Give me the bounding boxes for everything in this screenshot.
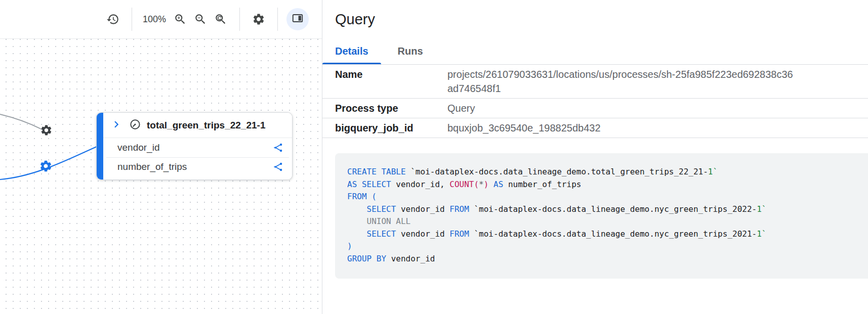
query-process-icon bbox=[129, 118, 142, 133]
detail-row: Process typeQuery bbox=[322, 99, 868, 118]
code-line: ) bbox=[347, 240, 856, 253]
code-line: UNION ALL bbox=[347, 215, 856, 228]
toolbar-divider bbox=[277, 8, 278, 31]
graph-toolbar: 100% bbox=[0, 0, 322, 39]
tab-runs[interactable]: Runs bbox=[385, 38, 436, 64]
lineage-graph-pane: 100% bbox=[0, 0, 322, 314]
chevron-right-icon[interactable] bbox=[110, 118, 123, 133]
history-button[interactable] bbox=[103, 9, 123, 29]
table-node[interactable]: total_green_trips_22_21-1 vendor_idnumbe… bbox=[96, 112, 293, 180]
detail-row: Nameprojects/261079033631/locations/us/p… bbox=[322, 65, 868, 99]
panel-title: Query bbox=[322, 0, 868, 38]
code-line: FROM ( bbox=[347, 191, 856, 203]
zoom-reset-icon bbox=[214, 13, 227, 26]
side-panel-toggle-button[interactable] bbox=[286, 8, 309, 30]
zoom-in-icon bbox=[174, 13, 187, 26]
detail-value: bquxjob_3c69540e_198825db432 bbox=[447, 121, 601, 135]
process-gear-icon-selected[interactable] bbox=[39, 159, 53, 173]
node-title: total_green_trips_22_21-1 bbox=[147, 120, 265, 131]
sql-code-block: CREATE TABLE `moi-dataplex-docs.data_lin… bbox=[335, 153, 868, 279]
node-accent-bar bbox=[97, 113, 103, 180]
node-field-row[interactable]: vendor_id bbox=[103, 138, 292, 157]
node-header[interactable]: total_green_trips_22_21-1 bbox=[103, 113, 292, 138]
detail-row: bigquery_job_idbquxjob_3c69540e_198825db… bbox=[322, 118, 868, 138]
settings-icon bbox=[252, 13, 265, 26]
detail-value: projects/261079033631/locations/us/proce… bbox=[447, 67, 797, 96]
history-icon bbox=[106, 13, 119, 26]
toolbar-divider bbox=[132, 8, 132, 31]
sql-code: CREATE TABLE `moi-dataplex-docs.data_lin… bbox=[347, 166, 856, 265]
lineage-icon[interactable] bbox=[273, 142, 284, 153]
zoom-out-icon bbox=[194, 13, 207, 26]
code-line: SELECT vendor_id FROM `moi-dataplex-docs… bbox=[347, 228, 856, 241]
detail-label: bigquery_job_id bbox=[335, 121, 447, 135]
node-field-list: vendor_idnumber_of_trips bbox=[103, 138, 292, 180]
detail-label: Name bbox=[335, 67, 447, 81]
node-field-row[interactable]: number_of_trips bbox=[103, 157, 292, 176]
code-line: SELECT vendor_id FROM `moi-dataplex-docs… bbox=[347, 203, 856, 216]
zoom-out-button[interactable] bbox=[190, 9, 211, 29]
details-table: Nameprojects/261079033631/locations/us/p… bbox=[322, 65, 868, 138]
side-panel-icon bbox=[291, 12, 304, 27]
process-gear-icon[interactable] bbox=[40, 124, 53, 137]
code-line: CREATE TABLE `moi-dataplex-docs.data_lin… bbox=[347, 166, 856, 178]
zoom-reset-button[interactable] bbox=[211, 9, 231, 29]
lineage-app: 100% bbox=[0, 0, 868, 314]
field-name: vendor_id bbox=[117, 142, 159, 153]
details-tabs: DetailsRuns bbox=[322, 38, 868, 65]
lineage-canvas[interactable]: total_green_trips_22_21-1 vendor_idnumbe… bbox=[0, 38, 321, 314]
graph-settings-button[interactable] bbox=[249, 9, 269, 29]
edge-upstream-gray bbox=[0, 114, 44, 130]
toolbar-divider bbox=[239, 8, 240, 31]
detail-value: Query bbox=[447, 101, 475, 115]
code-line: AS SELECT vendor_id, COUNT(*) AS number_… bbox=[347, 178, 856, 191]
details-panel: Query DetailsRuns Nameprojects/261079033… bbox=[322, 0, 868, 314]
detail-label: Process type bbox=[335, 101, 447, 115]
zoom-in-button[interactable] bbox=[170, 9, 190, 29]
zoom-level: 100% bbox=[143, 14, 166, 25]
node-body: total_green_trips_22_21-1 vendor_idnumbe… bbox=[103, 113, 292, 180]
field-name: number_of_trips bbox=[117, 161, 187, 172]
tab-details[interactable]: Details bbox=[322, 38, 381, 64]
lineage-icon[interactable] bbox=[273, 161, 284, 172]
code-line: GROUP BY vendor_id bbox=[347, 253, 856, 265]
